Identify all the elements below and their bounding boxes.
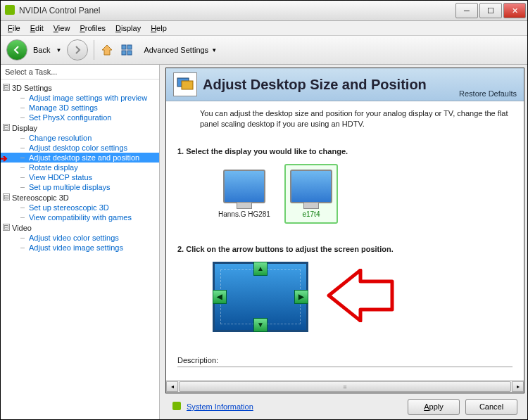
cancel-button[interactable]: Cancel — [465, 399, 517, 415]
tree-item[interactable]: Set up stereoscopic 3D — [1, 203, 159, 212]
divider — [177, 367, 513, 367]
tree-item-selected[interactable]: ➔ Adjust desktop size and position — [1, 153, 159, 163]
move-left-button[interactable]: ◀ — [213, 290, 227, 304]
toolbar-separator — [94, 40, 94, 60]
restore-defaults-link[interactable]: Restore Defaults — [459, 89, 517, 98]
scroll-left-icon[interactable]: ◂ — [166, 381, 178, 392]
minimize-button[interactable]: ─ — [455, 3, 478, 18]
footer-bar: System Information Apply Cancel — [165, 393, 524, 419]
menu-view[interactable]: View — [49, 23, 75, 34]
back-label: Back — [33, 46, 50, 54]
tree-item[interactable]: Set up multiple displays — [1, 182, 159, 192]
svg-rect-2 — [122, 51, 126, 55]
chevron-down-icon: ▼ — [211, 47, 217, 53]
close-button[interactable]: ✕ — [503, 3, 526, 18]
grid-icon[interactable] — [120, 43, 134, 57]
move-right-button[interactable]: ▶ — [294, 290, 308, 304]
system-information-link[interactable]: System Information — [187, 402, 402, 411]
monitor-icon — [290, 170, 332, 203]
move-down-button[interactable]: ▼ — [253, 318, 268, 332]
tree-item[interactable]: View HDCP status — [1, 172, 159, 182]
menu-edit[interactable]: Edit — [26, 23, 48, 34]
annotation-large-arrow-icon — [325, 269, 396, 324]
description-label: Description: — [177, 356, 513, 364]
window-title: NVIDIA Control Panel — [19, 6, 455, 15]
display-option[interactable]: Hanns.G HG281 — [213, 164, 276, 224]
step2-label: 2. Click on the arrow buttons to adjust … — [177, 245, 513, 253]
nvidia-icon — [5, 5, 16, 16]
tree-group-stereoscopic[interactable]: Stereoscopic 3D — [1, 193, 159, 203]
home-icon[interactable] — [100, 43, 114, 57]
arrow-right-icon — [73, 45, 82, 55]
horizontal-scrollbar[interactable]: ◂ ▸ — [166, 380, 524, 393]
tree-item[interactable]: Adjust image settings with preview — [1, 93, 159, 103]
menu-bar: File Edit View Profiles Display Help — [1, 21, 527, 36]
svg-rect-1 — [127, 45, 132, 49]
menu-profiles[interactable]: Profiles — [75, 23, 110, 34]
content-panel: Adjust Desktop Size and Position Restore… — [165, 68, 524, 393]
task-sidebar: Select a Task... 3D Settings Adjust imag… — [1, 65, 160, 419]
menu-help[interactable]: Help — [146, 23, 171, 34]
svg-rect-5 — [182, 81, 193, 89]
tree-item[interactable]: View compatibility with games — [1, 212, 159, 222]
display-option-selected[interactable]: e17t4 — [284, 164, 338, 224]
maximize-button[interactable]: ☐ — [479, 3, 502, 18]
move-up-button[interactable]: ▲ — [253, 262, 268, 276]
display-picker: Hanns.G HG281 e17t4 — [213, 164, 513, 224]
scroll-right-icon[interactable]: ▸ — [512, 381, 524, 392]
tree-item[interactable]: Adjust desktop color settings — [1, 143, 159, 153]
tree-group-display[interactable]: Display — [1, 123, 159, 133]
tree-item[interactable]: Rotate display — [1, 163, 159, 172]
back-dropdown-icon[interactable]: ▼ — [56, 47, 61, 53]
scrollbar-thumb[interactable] — [179, 381, 511, 392]
tree-item[interactable]: Manage 3D settings — [1, 103, 159, 113]
panel-header-icon — [173, 72, 197, 96]
back-button[interactable] — [6, 39, 27, 61]
svg-rect-0 — [122, 45, 126, 49]
screen-preview: ▲ ▼ ◀ ▶ — [213, 262, 308, 332]
apply-button[interactable]: Apply — [408, 399, 460, 415]
tree-item[interactable]: Change resolution — [1, 133, 159, 143]
step1-label: 1. Select the display you would like to … — [177, 147, 513, 155]
svg-rect-3 — [127, 51, 132, 55]
tree-item[interactable]: Adjust video image settings — [1, 243, 159, 253]
toolbar: Back ▼ Advanced Settings ▼ — [1, 36, 527, 65]
tree-item[interactable]: Adjust video color settings — [1, 233, 159, 243]
panel-body: You can adjust the desktop size and posi… — [166, 101, 524, 380]
advanced-settings-label: Advanced Settings — [144, 46, 208, 54]
sidebar-header: Select a Task... — [1, 65, 159, 79]
monitor-icon — [223, 170, 265, 203]
intro-text: You can adjust the desktop size and posi… — [177, 108, 513, 130]
tree-group-video[interactable]: Video — [1, 223, 159, 233]
forward-button[interactable] — [67, 39, 88, 61]
display-label: e17t4 — [290, 210, 332, 218]
menu-display[interactable]: Display — [111, 23, 145, 34]
advanced-settings-dropdown[interactable]: Advanced Settings ▼ — [139, 44, 221, 56]
screen-grid-overlay — [220, 269, 301, 324]
position-widget: ▲ ▼ ◀ ▶ — [213, 262, 410, 332]
titlebar: NVIDIA Control Panel ─ ☐ ✕ — [1, 1, 527, 21]
panel-header: Adjust Desktop Size and Position Restore… — [166, 68, 524, 101]
tree-item[interactable]: Set PhysX configuration — [1, 113, 159, 122]
nvidia-control-panel-window: NVIDIA Control Panel ─ ☐ ✕ File Edit Vie… — [0, 0, 528, 420]
arrow-left-icon — [12, 45, 22, 55]
display-label: Hanns.G HG281 — [218, 210, 270, 218]
nvidia-small-icon — [172, 402, 181, 412]
task-tree: 3D Settings Adjust image settings with p… — [1, 79, 159, 419]
menu-file[interactable]: File — [4, 23, 25, 34]
tree-group-3d-settings[interactable]: 3D Settings — [1, 83, 159, 93]
